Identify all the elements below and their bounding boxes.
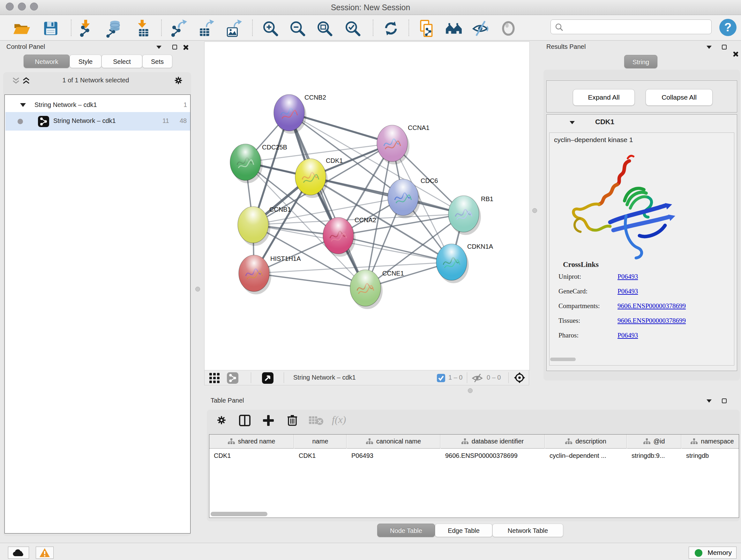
node-CCNB1[interactable]: CCNB1 (238, 206, 291, 246)
tab-network[interactable]: Network (23, 55, 70, 68)
import-network-icon[interactable] (77, 19, 96, 38)
control-panel-close-icon[interactable] (183, 45, 188, 50)
table-cell[interactable]: CDK1 (294, 449, 347, 462)
results-panel-close-icon[interactable] (733, 51, 738, 57)
zoom-selected-icon[interactable] (343, 19, 362, 38)
show-columns-icon[interactable] (239, 415, 251, 427)
node-label-CCNA1: CCNA1 (408, 124, 429, 131)
warning-button[interactable] (36, 547, 54, 559)
column-header-sharedname[interactable]: shared name (209, 435, 294, 449)
import-table-icon[interactable] (134, 19, 152, 38)
collection-expand-icon[interactable] (20, 103, 26, 107)
tab-network-table[interactable]: Network Table (492, 523, 563, 537)
column-header-canonicalname[interactable]: canonical name (347, 435, 441, 449)
center-view-icon[interactable] (514, 372, 526, 384)
crosslinks-heading: CrossLinks (563, 260, 599, 269)
crosslink-link[interactable]: P06493 (617, 287, 638, 295)
node-CCNA2[interactable]: CCNA2 (323, 216, 376, 257)
control-panel-float-icon[interactable] (172, 45, 177, 50)
table-cell[interactable]: stringdb (682, 449, 739, 462)
network-row-selected[interactable]: String Network – cdk1 11 48 (5, 112, 190, 131)
column-header-description[interactable]: description (545, 435, 627, 449)
column-header-id[interactable]: @id (627, 435, 681, 449)
export-network-icon[interactable] (169, 19, 187, 38)
right-splitter-handle[interactable] (532, 208, 537, 213)
results-panel-menu-icon[interactable] (706, 46, 712, 49)
table-panel-menu-icon[interactable] (706, 399, 712, 402)
node-CDKN1A[interactable]: CDKN1A (436, 243, 493, 283)
open-session-icon[interactable] (12, 19, 30, 38)
collapse-all-button[interactable]: Collapse All (646, 89, 713, 106)
network-canvas[interactable]: CCNB2CCNA1CDC25BCDK1CDC6RB1CCNB1CCNA2CDK… (204, 42, 530, 370)
delete-table-icon (309, 416, 324, 425)
control-panel-menu-icon[interactable] (156, 46, 161, 49)
bottom-splitter-handle[interactable] (468, 388, 473, 393)
zoom-in-icon[interactable] (261, 19, 280, 38)
crosslink-link[interactable]: P06493 (617, 331, 638, 339)
network-node-count: 11 (162, 117, 169, 125)
tab-edge-table[interactable]: Edge Table (435, 523, 492, 537)
table-cell[interactable]: stringdb:9... (627, 449, 681, 462)
network-collection-row[interactable]: String Network – cdk1 1 (5, 99, 190, 111)
tab-node-table[interactable]: Node Table (377, 523, 435, 537)
tab-sets[interactable]: Sets (142, 55, 172, 68)
memory-button[interactable]: Memory (689, 547, 737, 559)
table-hscrollbar[interactable] (211, 512, 267, 516)
create-column-icon[interactable] (262, 415, 274, 427)
save-session-icon[interactable] (42, 19, 60, 38)
node-CDC6[interactable]: CDC6 (388, 177, 438, 219)
node-RB1[interactable]: RB1 (448, 195, 493, 235)
search-box[interactable] (550, 19, 712, 34)
export-table-icon[interactable] (196, 19, 214, 38)
tab-string[interactable]: String (624, 55, 657, 68)
grid-view-icon[interactable] (209, 373, 220, 383)
crosslink-link[interactable]: 9606.ENSP00000378699 (617, 317, 686, 324)
clone-network-icon[interactable] (417, 19, 436, 38)
node-CCNE1[interactable]: CCNE1 (350, 270, 404, 309)
birds-eye-view-icon[interactable] (262, 372, 273, 384)
expand-all-button[interactable]: Expand All (573, 89, 635, 106)
table-panel-float-icon[interactable] (722, 398, 727, 403)
column-header-name[interactable]: name (294, 435, 347, 449)
refresh-icon[interactable] (382, 19, 400, 38)
results-hscrollbar[interactable] (550, 358, 576, 361)
zoom-fit-icon[interactable] (315, 19, 334, 38)
search-input[interactable] (566, 21, 706, 33)
import-database-icon[interactable] (105, 19, 123, 38)
tab-select[interactable]: Select (102, 55, 142, 68)
show-all-icon[interactable] (499, 19, 518, 38)
first-neighbors-icon[interactable] (445, 19, 463, 38)
node-table[interactable]: shared namenamecanonical namedatabase id… (209, 434, 739, 518)
node-HIST1H1A[interactable]: HIST1H1A (239, 255, 301, 294)
zoom-out-icon[interactable] (288, 19, 307, 38)
column-header-namespace[interactable]: namespace (682, 435, 739, 449)
search-icon (555, 23, 563, 32)
tab-style[interactable]: Style (70, 55, 102, 68)
node-CDC25B[interactable]: CDC25B (230, 144, 287, 183)
delete-column-icon[interactable] (286, 414, 299, 427)
column-header-databaseidentifier[interactable]: database identifier (441, 435, 545, 449)
crosslink-label: Tissues: (558, 317, 617, 325)
memory-label: Memory (708, 549, 732, 556)
crosslink-link[interactable]: P06493 (617, 273, 638, 280)
table-cell[interactable]: P06493 (347, 449, 441, 462)
crosslink-link[interactable]: 9606.ENSP00000378699 (617, 302, 686, 310)
selected-checkbox-icon[interactable] (437, 374, 445, 382)
node-CCNB2[interactable]: CCNB2 (274, 94, 326, 134)
string-tab-icon[interactable] (227, 372, 239, 384)
node-CCNA1[interactable]: CCNA1 (377, 124, 429, 165)
table-cell[interactable]: cyclin–dependent ... (545, 449, 627, 462)
table-cell[interactable]: CDK1 (209, 449, 294, 462)
gene-collapse-icon[interactable] (569, 121, 575, 124)
window-title: Session: New Session (0, 0, 741, 15)
table-cell[interactable]: 9606.ENSP00000378699 (441, 449, 545, 462)
export-image-icon[interactable] (224, 19, 242, 38)
cloud-button[interactable] (8, 547, 29, 559)
network-options-gear-icon[interactable] (173, 75, 184, 85)
table-options-gear-icon[interactable] (216, 415, 227, 426)
results-panel-float-icon[interactable] (722, 45, 727, 50)
hide-selected-icon[interactable] (472, 19, 490, 38)
left-splitter-handle[interactable] (195, 287, 200, 292)
help-icon[interactable]: ? (719, 18, 737, 37)
current-network-dot (17, 119, 23, 124)
